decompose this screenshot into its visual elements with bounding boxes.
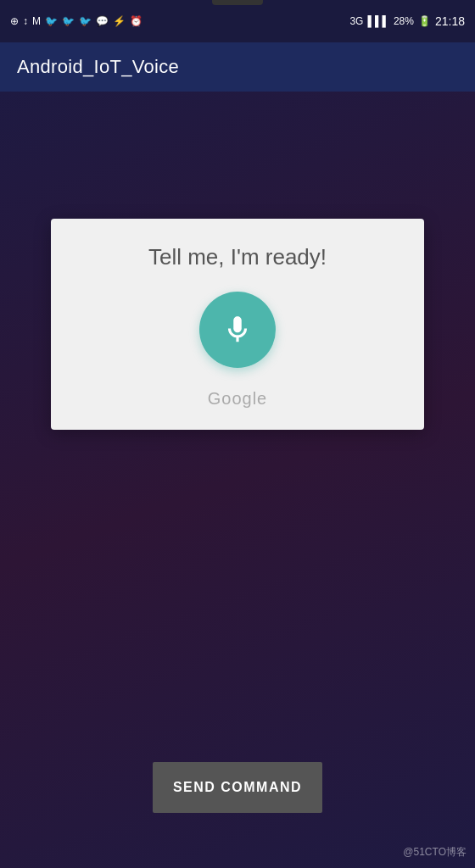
voice-prompt-text: Tell me, I'm ready! <box>148 244 327 270</box>
twitter-icon-3: 🐦 <box>79 15 92 27</box>
app-title: Android_IoT_Voice <box>17 56 179 78</box>
google-label: Google <box>208 389 268 409</box>
whatsapp-icon: 💬 <box>96 15 109 27</box>
bluetooth-icon: ⚡ <box>113 15 126 27</box>
microphone-icon <box>221 314 254 346</box>
send-command-label: SEND COMMAND <box>173 780 302 795</box>
battery-icon: 🔋 <box>418 15 431 27</box>
app-bar: Android_IoT_Voice <box>0 42 475 92</box>
status-bar-left: ⊕ ↕ M 🐦 🐦 🐦 💬 ⚡ ⏰ <box>10 15 142 27</box>
main-content: Tell me, I'm ready! Google SEND COMMAND … <box>0 92 475 868</box>
time-display: 21:18 <box>435 14 465 28</box>
add-icon: ⊕ <box>10 15 19 27</box>
send-command-button[interactable]: SEND COMMAND <box>153 762 322 813</box>
status-bar-right: 3G ▌▌▌ 28% 🔋 21:18 <box>349 14 465 28</box>
network-type-icon: 3G <box>349 15 363 27</box>
twitter-icon-2: 🐦 <box>62 15 75 27</box>
sync-icon: ↕ <box>23 15 28 27</box>
gmail-icon: M <box>32 15 41 27</box>
notch <box>212 0 263 5</box>
watermark: @51CTO博客 <box>403 845 467 860</box>
signal-icon: ▌▌▌ <box>367 15 389 27</box>
twitter-icon-1: 🐦 <box>45 15 58 27</box>
battery-percent: 28% <box>394 15 414 27</box>
status-bar: ⊕ ↕ M 🐦 🐦 🐦 💬 ⚡ ⏰ 3G ▌▌▌ 28% 🔋 21:18 <box>0 0 475 42</box>
alarm-icon: ⏰ <box>130 15 142 27</box>
mic-button[interactable] <box>199 292 276 368</box>
voice-dialog-card: Tell me, I'm ready! Google <box>51 219 424 430</box>
